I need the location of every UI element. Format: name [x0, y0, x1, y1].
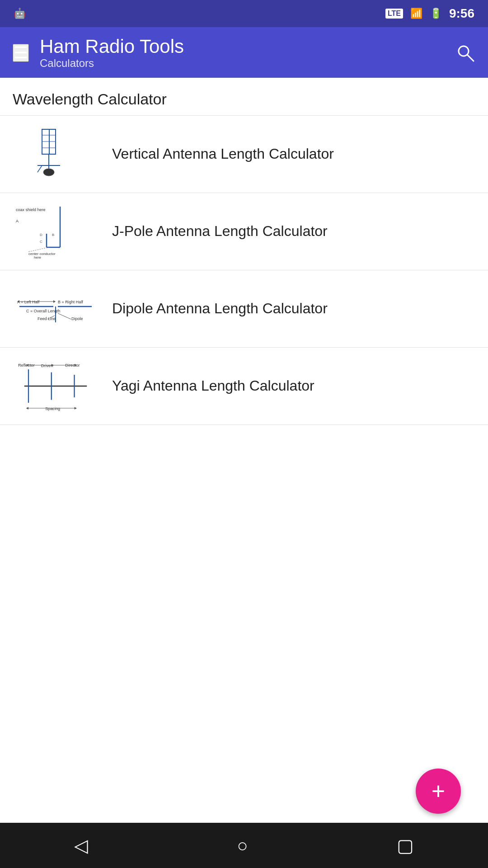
home-icon: ○	[237, 835, 248, 856]
battery-icon: 🔋	[430, 8, 442, 19]
back-button[interactable]: ◁	[56, 828, 106, 863]
section-title: Wavelength Calculator	[13, 90, 167, 108]
svg-point-0	[459, 46, 469, 56]
vertical-antenna-diagram	[15, 127, 96, 181]
svg-text:Driven: Driven	[41, 364, 53, 368]
calculator-list: Vertical Antenna Length Calculator coax …	[0, 116, 488, 425]
android-icon: 🤖	[14, 8, 26, 19]
main-content: Wavelength Calculator	[0, 78, 488, 868]
svg-point-6	[43, 169, 54, 176]
svg-marker-50	[26, 407, 28, 410]
home-button[interactable]: ○	[219, 828, 266, 863]
list-item[interactable]: Vertical Antenna Length Calculator	[0, 116, 488, 193]
jpole-diagram: coax shield here A D B C center conducto…	[15, 204, 96, 259]
svg-marker-51	[75, 407, 77, 410]
status-bar: 🤖 LTE 📶 🔋 9:56	[0, 0, 488, 27]
svg-text:D: D	[40, 233, 42, 237]
nav-bar: ◁ ○ ▢	[0, 823, 488, 868]
svg-text:Spacing: Spacing	[45, 406, 60, 411]
recent-icon: ▢	[397, 835, 414, 856]
svg-text:Feed Line: Feed Line	[38, 316, 56, 321]
status-time: 9:56	[449, 6, 474, 21]
app-subtitle: Calculators	[40, 57, 184, 70]
dipole-antenna-thumbnail: A = Left Half B = Right Half C = Overall…	[13, 279, 99, 338]
svg-text:coax shield here: coax shield here	[16, 208, 46, 212]
recent-apps-button[interactable]: ▢	[379, 828, 432, 863]
svg-text:A: A	[16, 219, 19, 223]
vertical-antenna-thumbnail	[13, 125, 99, 184]
search-button[interactable]	[455, 43, 475, 63]
list-item[interactable]: A = Left Half B = Right Half C = Overall…	[0, 270, 488, 348]
add-fab-button[interactable]: +	[416, 769, 461, 814]
yagi-antenna-label: Yagi Antenna Length Calculator	[112, 377, 314, 396]
svg-text:center conductor: center conductor	[28, 252, 56, 256]
app-bar: ☰ Ham Radio Tools Calculators	[0, 27, 488, 78]
dipole-antenna-label: Dipole Antenna Length Calculator	[112, 299, 328, 318]
svg-text:B: B	[52, 233, 54, 237]
svg-text:C: C	[40, 240, 42, 244]
list-item[interactable]: Reflector Driven Director Spacing	[0, 348, 488, 425]
svg-text:B = Right Half: B = Right Half	[58, 300, 83, 304]
svg-text:C = Overall Length: C = Overall Length	[26, 309, 60, 313]
search-icon	[455, 43, 475, 63]
svg-marker-31	[53, 300, 56, 303]
back-icon: ◁	[74, 835, 88, 856]
signal-icon: 📶	[410, 8, 422, 19]
app-title: Ham Radio Tools	[40, 36, 184, 57]
section-header: Wavelength Calculator	[0, 78, 488, 116]
svg-line-35	[58, 313, 71, 319]
svg-text:Dipole: Dipole	[71, 316, 83, 321]
vertical-antenna-label: Vertical Antenna Length Calculator	[112, 145, 334, 164]
yagi-antenna-thumbnail: Reflector Driven Director Spacing	[13, 357, 99, 415]
yagi-diagram: Reflector Driven Director Spacing	[15, 359, 96, 413]
add-icon: +	[432, 779, 445, 803]
svg-line-22	[28, 247, 49, 252]
dipole-diagram: A = Left Half B = Right Half C = Overall…	[15, 282, 96, 336]
jpole-antenna-label: J-Pole Antenna Length Calculator	[112, 222, 328, 241]
svg-line-8	[38, 165, 42, 172]
lte-indicator: LTE	[385, 9, 403, 19]
list-item[interactable]: coax shield here A D B C center conducto…	[0, 193, 488, 270]
menu-button[interactable]: ☰	[13, 44, 29, 62]
fab-container: +	[416, 769, 461, 814]
svg-text:A = Left Half: A = Left Half	[17, 300, 40, 304]
jpole-antenna-thumbnail: coax shield here A D B C center conducto…	[13, 202, 99, 261]
svg-line-1	[468, 55, 474, 61]
svg-text:here: here	[34, 255, 42, 259]
